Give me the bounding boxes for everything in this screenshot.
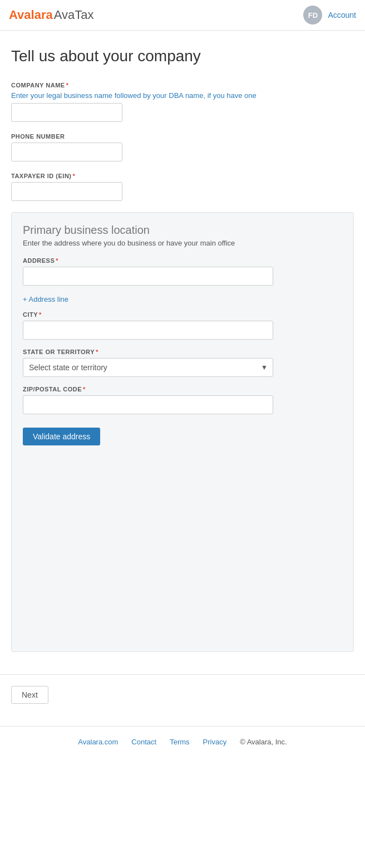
city-required: * (39, 311, 42, 318)
next-section: Next (0, 674, 365, 715)
company-name-hint: Enter your legal business name followed … (11, 91, 354, 100)
location-card-hint: Enter the address where you do business … (23, 239, 342, 247)
company-name-label: COMPANY NAME* (11, 82, 354, 89)
footer-copyright: © Avalara, Inc. (240, 738, 287, 746)
logo: Avalara AvaTax (9, 8, 93, 22)
company-name-input[interactable] (11, 103, 122, 122)
next-button[interactable]: Next (11, 686, 48, 704)
location-card-title: Primary business location (23, 224, 342, 237)
zip-group: ZIP/POSTAL CODE* (23, 386, 342, 414)
validate-address-button[interactable]: Validate address (23, 428, 100, 445)
city-input[interactable] (23, 321, 273, 340)
company-name-required: * (66, 82, 69, 89)
account-link[interactable]: Account (328, 11, 356, 19)
add-address-line-link[interactable]: + Address line (23, 295, 68, 303)
state-group: STATE OR TERRITORY* Select state or terr… (23, 349, 342, 377)
state-required: * (96, 349, 98, 355)
logo-product: AvaTax (54, 8, 94, 22)
taxpayer-id-required: * (73, 173, 76, 179)
phone-number-group: PHONE NUMBER (11, 133, 354, 161)
state-label: STATE OR TERRITORY* (23, 349, 342, 355)
spacer (23, 445, 342, 640)
company-name-group: COMPANY NAME* Enter your legal business … (11, 82, 354, 122)
header: Avalara AvaTax FD Account (0, 0, 365, 31)
header-right: FD Account (303, 6, 356, 24)
main-content: Tell us about your company COMPANY NAME*… (0, 31, 365, 663)
phone-number-input[interactable] (11, 143, 122, 161)
state-select[interactable]: Select state or territory Alabama Alaska… (23, 358, 273, 377)
zip-label: ZIP/POSTAL CODE* (23, 386, 342, 393)
taxpayer-id-label: TAXPAYER ID (EIN)* (11, 173, 354, 179)
footer-link-privacy[interactable]: Privacy (203, 738, 227, 746)
address-group: ADDRESS* (23, 257, 342, 286)
logo-brand: Avalara (9, 8, 53, 22)
footer-link-avalara[interactable]: Avalara.com (78, 738, 118, 746)
city-label: CITY* (23, 311, 342, 318)
footer: Avalara.com Contact Terms Privacy © Aval… (0, 726, 365, 757)
location-card: Primary business location Enter the addr… (11, 212, 354, 652)
taxpayer-id-group: TAXPAYER ID (EIN)* (11, 173, 354, 201)
page-title: Tell us about your company (11, 47, 354, 65)
zip-required: * (83, 386, 86, 393)
address-required: * (56, 257, 58, 264)
zip-input[interactable] (23, 395, 273, 414)
address-input[interactable] (23, 267, 273, 286)
avatar: FD (303, 6, 322, 24)
address-label: ADDRESS* (23, 257, 342, 264)
taxpayer-id-input[interactable] (11, 182, 122, 201)
phone-number-label: PHONE NUMBER (11, 133, 354, 140)
state-select-wrapper: Select state or territory Alabama Alaska… (23, 358, 273, 377)
footer-link-contact[interactable]: Contact (131, 738, 156, 746)
city-group: CITY* (23, 311, 342, 340)
footer-link-terms[interactable]: Terms (170, 738, 189, 746)
